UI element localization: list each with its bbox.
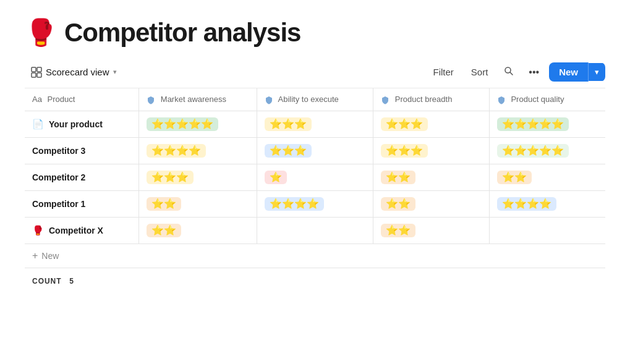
title-emoji: 🥊 xyxy=(25,17,57,48)
col-header-ability[interactable]: Ability to execute xyxy=(257,88,373,111)
col-product-label: Product xyxy=(48,95,75,104)
count-label: COUNT xyxy=(32,277,61,286)
cell-market[interactable]: ⭐⭐⭐⭐⭐ xyxy=(139,111,257,137)
cell-quality[interactable]: ⭐⭐ xyxy=(489,164,605,190)
cell-ability[interactable]: ⭐⭐⭐ xyxy=(257,111,373,137)
table-row[interactable]: Competitor 2⭐⭐⭐⭐⭐⭐⭐⭐ xyxy=(25,164,605,190)
new-button-group: New ▾ xyxy=(549,62,605,82)
star-badge: ⭐⭐⭐⭐ xyxy=(497,197,556,211)
cell-market[interactable]: ⭐⭐ xyxy=(139,217,257,243)
cell-quality[interactable]: ⭐⭐⭐⭐⭐ xyxy=(489,137,605,164)
add-new-row[interactable]: + New xyxy=(25,244,605,268)
filter-button[interactable]: Filter xyxy=(427,64,459,80)
table-icon xyxy=(31,67,42,78)
toolbar-left: Scorecard view ▾ xyxy=(25,64,427,81)
star-badge: ⭐⭐⭐ xyxy=(265,144,312,158)
new-chevron-button[interactable]: ▾ xyxy=(589,63,605,81)
shield-icon xyxy=(265,96,273,104)
svg-rect-0 xyxy=(32,67,36,72)
search-icon xyxy=(504,66,514,76)
star-badge: ⭐⭐⭐ xyxy=(147,171,194,184)
star-badge: ⭐⭐ xyxy=(381,197,415,211)
cell-quality[interactable] xyxy=(489,217,605,243)
product-name: Competitor 1 xyxy=(32,199,85,209)
star-badge: ⭐⭐ xyxy=(497,171,532,184)
cell-breadth[interactable]: ⭐⭐⭐ xyxy=(373,137,490,164)
col-quality-label: Product quality xyxy=(511,95,564,104)
toolbar: Scorecard view ▾ Filter Sort ••• New ▾ xyxy=(25,62,605,88)
star-badge: ⭐⭐⭐⭐⭐ xyxy=(497,144,569,158)
cell-quality[interactable]: ⭐⭐⭐⭐⭐ xyxy=(489,111,605,137)
page-container: 🥊 Competitor analysis Scorecard view ▾ F… xyxy=(0,0,630,300)
page-title-row: 🥊 Competitor analysis xyxy=(25,17,605,48)
star-badge: ⭐⭐ xyxy=(147,224,181,237)
product-name: Your product xyxy=(49,119,103,129)
star-badge: ⭐ xyxy=(265,171,287,184)
cell-breadth[interactable]: ⭐⭐ xyxy=(373,217,490,243)
shield-icon xyxy=(381,96,389,104)
text-format-icon: Aa xyxy=(32,95,42,104)
cell-product[interactable]: 📄Your product xyxy=(25,111,139,137)
shield-icon xyxy=(147,96,155,104)
table-row[interactable]: 📄Your product⭐⭐⭐⭐⭐⭐⭐⭐⭐⭐⭐⭐⭐⭐⭐⭐ xyxy=(25,111,605,137)
search-button[interactable] xyxy=(499,63,519,82)
svg-rect-3 xyxy=(37,73,41,77)
table-row[interactable]: 🥊Competitor X⭐⭐⭐⭐ xyxy=(25,217,605,243)
svg-line-5 xyxy=(510,72,513,74)
boxing-icon: 🥊 xyxy=(32,225,44,236)
cell-ability[interactable] xyxy=(257,217,373,243)
count-row: COUNT 5 xyxy=(25,268,605,288)
cell-product[interactable]: 🥊Competitor X xyxy=(25,217,139,243)
cell-product[interactable]: Competitor 2 xyxy=(25,164,139,190)
star-badge: ⭐⭐ xyxy=(381,224,415,237)
cell-ability[interactable]: ⭐⭐⭐ xyxy=(257,137,373,164)
table-row[interactable]: Competitor 3⭐⭐⭐⭐⭐⭐⭐⭐⭐⭐⭐⭐⭐⭐⭐ xyxy=(25,137,605,164)
cell-product[interactable]: Competitor 1 xyxy=(25,190,139,217)
cell-market[interactable]: ⭐⭐ xyxy=(139,190,257,217)
col-breadth-label: Product breadth xyxy=(395,95,453,104)
col-header-product[interactable]: Aa Product xyxy=(25,88,139,111)
star-badge: ⭐⭐⭐⭐⭐ xyxy=(147,117,218,131)
doc-icon: 📄 xyxy=(32,119,44,130)
cell-market[interactable]: ⭐⭐⭐ xyxy=(139,164,257,190)
add-icon: + xyxy=(32,250,38,261)
star-badge: ⭐⭐⭐ xyxy=(265,117,312,131)
cell-ability[interactable]: ⭐⭐⭐⭐ xyxy=(257,190,373,217)
star-badge: ⭐⭐ xyxy=(381,171,415,184)
star-badge: ⭐⭐ xyxy=(147,197,181,211)
table-row[interactable]: Competitor 1⭐⭐⭐⭐⭐⭐⭐⭐⭐⭐⭐⭐ xyxy=(25,190,605,217)
toolbar-right: Filter Sort ••• New ▾ xyxy=(427,62,605,82)
star-badge: ⭐⭐⭐⭐ xyxy=(265,197,324,211)
table-header-row: Aa Product Market awareness Ability to xyxy=(25,88,605,111)
product-name: Competitor 2 xyxy=(32,172,85,182)
cell-breadth[interactable]: ⭐⭐ xyxy=(373,190,490,217)
star-badge: ⭐⭐⭐⭐⭐ xyxy=(497,117,569,131)
page-title: Competitor analysis xyxy=(64,18,300,48)
cell-breadth[interactable]: ⭐⭐ xyxy=(373,164,490,190)
new-main-button[interactable]: New xyxy=(549,62,589,82)
star-badge: ⭐⭐⭐ xyxy=(381,117,428,131)
add-new-label: New xyxy=(41,251,59,261)
col-header-breadth[interactable]: Product breadth xyxy=(373,88,490,111)
star-badge: ⭐⭐⭐ xyxy=(381,144,428,158)
cell-ability[interactable]: ⭐ xyxy=(257,164,373,190)
scorecard-view-button[interactable]: Scorecard view ▾ xyxy=(25,64,123,81)
count-value: 5 xyxy=(69,277,74,286)
product-name: Competitor 3 xyxy=(32,146,85,156)
sort-button[interactable]: Sort xyxy=(465,64,495,80)
more-options-button[interactable]: ••• xyxy=(524,64,544,81)
svg-rect-1 xyxy=(37,67,41,72)
star-badge: ⭐⭐⭐⭐ xyxy=(147,144,206,158)
cell-product[interactable]: Competitor 3 xyxy=(25,137,139,164)
col-header-quality[interactable]: Product quality xyxy=(489,88,605,111)
col-ability-label: Ability to execute xyxy=(278,95,339,104)
cell-breadth[interactable]: ⭐⭐⭐ xyxy=(373,111,490,137)
new-chevron-icon: ▾ xyxy=(595,67,599,77)
cell-quality[interactable]: ⭐⭐⭐⭐ xyxy=(489,190,605,217)
more-dots-icon: ••• xyxy=(529,67,539,77)
chevron-down-icon: ▾ xyxy=(113,68,117,76)
col-header-market[interactable]: Market awareness xyxy=(139,88,257,111)
cell-market[interactable]: ⭐⭐⭐⭐ xyxy=(139,137,257,164)
product-name: Competitor X xyxy=(49,226,103,235)
col-market-label: Market awareness xyxy=(161,95,226,104)
